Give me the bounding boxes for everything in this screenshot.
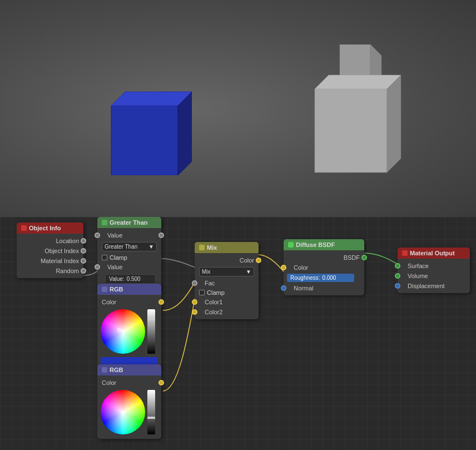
object-index-label: Object Index bbox=[21, 248, 79, 254]
gray-shape bbox=[309, 44, 409, 184]
node-editor[interactable]: Object Info Location Object Index Materi… bbox=[0, 217, 476, 450]
mix-dropdown[interactable]: Mix ▼ bbox=[199, 267, 254, 276]
roughness-field-row: Roughness: 0.000 bbox=[284, 273, 364, 283]
socket-diffuse-bsdf-out[interactable] bbox=[361, 255, 367, 260]
node-greater-than-header: Greater Than bbox=[97, 217, 161, 228]
rgb1-wheel-container bbox=[97, 307, 161, 356]
socket-gt-out[interactable] bbox=[158, 233, 164, 238]
node-output-displacement-row: Displacement bbox=[398, 281, 470, 291]
socket-object-index[interactable] bbox=[81, 248, 86, 254]
socket-diffuse-normal-in[interactable] bbox=[281, 285, 286, 291]
node-mix-row-color-out: Color bbox=[195, 255, 259, 265]
viewport-3d[interactable] bbox=[0, 0, 476, 217]
socket-material-index[interactable] bbox=[81, 258, 86, 264]
rgb1-value-slider[interactable] bbox=[147, 309, 155, 354]
node-material-output-title: Material Output bbox=[410, 250, 455, 256]
gt-dropdown-row[interactable]: Greater Than ▼ bbox=[97, 240, 161, 253]
node-mix-icon bbox=[199, 245, 205, 250]
node-rgb1-icon bbox=[102, 286, 107, 292]
node-diffuse-bsdf-row: BSDF bbox=[284, 253, 364, 263]
mix-clamp-checkbox[interactable] bbox=[199, 290, 205, 295]
gt-value-field[interactable]: Value: 0.500 bbox=[105, 274, 156, 284]
rgb2-wheel-dot[interactable] bbox=[121, 411, 124, 414]
node-rgb-1[interactable]: RGB Color bbox=[97, 284, 161, 368]
node-output-surface-row: Surface bbox=[398, 261, 470, 271]
node-mix-header: Mix bbox=[195, 242, 259, 253]
node-material-output[interactable]: Material Output Surface Volume Displacem… bbox=[398, 248, 470, 293]
node-object-info-header: Object Info bbox=[17, 222, 83, 234]
socket-mix-color2-in[interactable] bbox=[192, 309, 197, 315]
gt-value2-label: Value bbox=[102, 264, 157, 270]
node-row-location: Location bbox=[17, 236, 83, 246]
node-rgb1-title: RGB bbox=[110, 286, 123, 293]
gt-clamp-checkbox[interactable] bbox=[102, 255, 107, 260]
mix-clamp-row: Clamp bbox=[195, 288, 259, 297]
node-rgb2-title: RGB bbox=[110, 367, 123, 373]
mix-clamp-label: Clamp bbox=[207, 289, 225, 296]
socket-mix-color-out[interactable] bbox=[256, 258, 261, 263]
rgb1-color-wheel[interactable] bbox=[101, 309, 145, 354]
socket-output-displacement-in[interactable] bbox=[395, 283, 400, 289]
svg-marker-2 bbox=[178, 92, 192, 175]
socket-random[interactable] bbox=[81, 268, 86, 274]
node-mix-body: Color Mix ▼ Fac Clamp Color1 bbox=[195, 253, 259, 319]
output-volume-label: Volume bbox=[402, 273, 465, 279]
svg-marker-8 bbox=[387, 75, 401, 172]
node-object-info[interactable]: Object Info Location Object Index Materi… bbox=[17, 222, 83, 278]
node-rgb1-header: RGB bbox=[97, 284, 161, 295]
svg-rect-7 bbox=[315, 89, 387, 172]
rgb2-color-label: Color bbox=[102, 379, 157, 386]
rgb1-color-label: Color bbox=[102, 299, 157, 305]
svg-rect-4 bbox=[340, 44, 370, 75]
node-rgb1-row-color: Color bbox=[97, 297, 161, 307]
node-diffuse-bsdf-body: BSDF Color Roughness: 0.000 Normal bbox=[284, 250, 364, 295]
node-gt-row-value1: Value bbox=[97, 230, 161, 240]
socket-diffuse-color-in[interactable] bbox=[281, 265, 286, 270]
roughness-label: Roughness: bbox=[290, 275, 320, 281]
node-mix-row-fac: Fac bbox=[195, 278, 259, 288]
node-object-info-body: Location Object Index Material Index Ran… bbox=[17, 234, 83, 278]
socket-output-surface-in[interactable] bbox=[395, 263, 400, 269]
node-diffuse-icon bbox=[288, 242, 294, 248]
node-row-object-index: Object Index bbox=[17, 246, 83, 256]
socket-mix-color1-in[interactable] bbox=[192, 299, 197, 305]
diffuse-color-label: Color bbox=[288, 264, 360, 271]
roughness-field[interactable]: Roughness: 0.000 bbox=[287, 274, 354, 282]
material-index-label: Material Index bbox=[21, 258, 79, 264]
mix-dropdown-row[interactable]: Mix ▼ bbox=[195, 265, 259, 278]
gt-dropdown[interactable]: Greater Than ▼ bbox=[102, 242, 157, 251]
rgb2-color-wheel[interactable] bbox=[101, 390, 145, 434]
node-gt-icon bbox=[102, 220, 107, 225]
diffuse-normal-label: Normal bbox=[288, 285, 360, 291]
mix-color1-label: Color1 bbox=[199, 299, 254, 305]
mix-color2-label: Color2 bbox=[199, 309, 254, 315]
socket-rgb1-color-out[interactable] bbox=[158, 299, 164, 305]
socket-gt-value-in[interactable] bbox=[95, 233, 100, 238]
node-object-info-title: Object Info bbox=[29, 225, 61, 231]
rgb1-color-bar[interactable] bbox=[101, 357, 158, 365]
output-displacement-label: Displacement bbox=[402, 283, 465, 289]
gt-value-label: Value: bbox=[109, 276, 125, 282]
rgb2-value-slider[interactable] bbox=[147, 390, 155, 434]
socket-rgb2-color-out[interactable] bbox=[158, 380, 164, 385]
node-mix[interactable]: Mix Color Mix ▼ Fac Clamp bbox=[195, 242, 259, 319]
socket-location[interactable] bbox=[81, 238, 86, 244]
rgb2-wheel-container bbox=[97, 388, 161, 437]
node-diffuse-bsdf[interactable]: Diffuse BSDF BSDF Color Roughness: 0.000… bbox=[284, 239, 364, 295]
node-material-output-body: Surface Volume Displacement bbox=[398, 259, 470, 293]
node-rgb2-row-color: Color bbox=[97, 378, 161, 388]
node-rgb-2[interactable]: RGB Color bbox=[97, 364, 161, 439]
location-label: Location bbox=[21, 238, 79, 244]
node-diffuse-color-row: Color bbox=[284, 263, 364, 273]
socket-mix-fac-in[interactable] bbox=[192, 280, 197, 286]
node-row-random: Random bbox=[17, 266, 83, 276]
gt-value-num: 0.500 bbox=[127, 276, 141, 282]
node-rgb2-icon bbox=[102, 367, 107, 373]
node-greater-than[interactable]: Greater Than Value Greater Than ▼ Clamp … bbox=[97, 217, 161, 288]
node-rgb2-header: RGB bbox=[97, 364, 161, 375]
socket-output-volume-in[interactable] bbox=[395, 273, 400, 279]
socket-gt-value2-in[interactable] bbox=[95, 264, 100, 270]
mix-fac-label: Fac bbox=[199, 280, 254, 286]
svg-marker-6 bbox=[315, 75, 401, 89]
rgb1-wheel-dot[interactable] bbox=[117, 328, 121, 332]
